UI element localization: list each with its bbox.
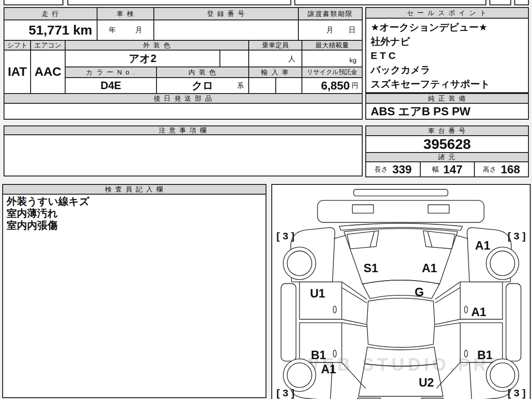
genuine-equipment-value: ABS エアB PS PW: [365, 103, 529, 120]
interior-color-label: クロ: [192, 78, 213, 93]
spec-height-label: 高さ: [483, 165, 496, 174]
color-no-header-cell: カ ラ ー N o .: [65, 66, 157, 78]
spec-length-cell: 長さ 339: [365, 161, 421, 177]
shift-header-cell: シフト: [4, 40, 31, 51]
shift-value-cell: IAT: [4, 50, 31, 94]
damage-code-windshield-left: S1: [364, 262, 378, 275]
clipped-top-cell: [489, 0, 511, 5]
front-bumper-inset-right: [428, 205, 450, 213]
right-sill: [506, 284, 521, 361]
chassis-number-value: 395628: [365, 135, 529, 153]
door-handle: [465, 306, 468, 313]
aircon-header-cell: エアコン: [30, 40, 66, 51]
roof: [367, 298, 435, 347]
recycle-deposit-header-cell: リサイクル預託金: [301, 66, 363, 78]
a-pillar-lines: [334, 235, 468, 239]
registration-value-cell: [153, 20, 299, 41]
sales-point-item: バックカメラ: [371, 63, 430, 77]
cowl-band: [339, 223, 462, 231]
car-damage-diagram: WEB STUDIO.PRO: [272, 185, 530, 399]
registration-header-cell: 登 録 番 号: [153, 7, 299, 20]
sales-points-body: ★オークションデビュー★ 社外ナビ E T C バックカメラ スズキセーフティサ…: [365, 18, 529, 93]
max-load-header-cell: 最大積載量: [301, 40, 363, 51]
damage-code-rear-left-door: B1: [311, 348, 326, 362]
recycle-deposit-unit: 円: [352, 82, 358, 90]
color-no-value-cell: D4E: [65, 77, 157, 94]
mileage-header-cell: 走 行: [4, 7, 98, 20]
import-value-cell-1: [248, 77, 276, 94]
interior-color-suffix: 系: [237, 82, 244, 90]
front-left-wheel: [283, 247, 316, 279]
clipped-top-cell: [4, 0, 63, 5]
damage-code-rear-gate: U2: [419, 376, 434, 389]
tire-mark-rear-left: [ 3 ]: [276, 387, 294, 399]
damage-code-front-right-door: A1: [471, 305, 486, 319]
spec-length-value: 339: [392, 163, 411, 176]
damage-code-rear-right-door: B1: [477, 348, 493, 362]
hood: [363, 280, 440, 299]
exterior-color-header-cell: 外 装 色: [65, 40, 249, 51]
specs-header: 諸 元: [365, 152, 529, 162]
sales-point-item: E T C: [371, 49, 395, 63]
inspector-notes: 外装うすい線キズ 室内薄汚れ 室内内張傷: [2, 194, 266, 398]
tire-mark-front-right: [ 3 ]: [508, 230, 526, 242]
spec-width-cell: 幅 147: [420, 161, 475, 177]
import-value-cell-2: [275, 77, 302, 94]
mid-fold-lines: [342, 319, 460, 327]
shaken-month-label: 月: [135, 26, 142, 35]
sales-point-item: スズキセーフティサポート: [371, 77, 490, 91]
spec-height-value: 168: [501, 163, 520, 176]
recycle-deposit-value-cell: 6,850 円: [301, 77, 363, 94]
transfer-deadline-header-cell: 譲渡書類期限: [298, 7, 363, 20]
sales-point-item: ★オークションデビュー★: [371, 20, 488, 35]
mileage-value-cell: 51,771 km: [4, 20, 98, 41]
sales-points-header: セ ー ル ス ポ イ ン ト: [365, 7, 529, 19]
import-header-cell: 輸 入 車: [248, 66, 302, 78]
max-load-value-cell: kg: [301, 50, 363, 67]
damage-code-windshield-right: A1: [422, 262, 437, 275]
interior-color-header-cell: 内 装 色: [156, 66, 249, 78]
front-right-wheel: [486, 247, 519, 279]
inspector-note-line: 室内内張傷: [7, 219, 58, 231]
shaken-year-label: 年: [109, 26, 116, 35]
windshield: [344, 229, 458, 284]
wiper-vent-left-divider: [370, 231, 374, 247]
inspector-note-line: 室内薄汚れ: [7, 207, 58, 219]
tire-mark-front-left: [ 3 ]: [276, 230, 294, 242]
capacity-header-cell: 乗車定員: [248, 40, 302, 51]
chassis-number-header: 車 台 番 号: [365, 125, 529, 136]
clipped-top-cell: [514, 0, 529, 5]
damage-code-front-left-door: U1: [310, 287, 325, 300]
left-sill: [281, 284, 296, 361]
front-license-strip: [354, 189, 448, 196]
caution-header: 注 意 事 項 欄: [4, 125, 363, 135]
capacity-unit-label: 人: [288, 55, 295, 64]
auction-sheet: 走 行 車 検 登 録 番 号 譲渡書類期限 51,771 km 年 月 月 日…: [0, 0, 532, 399]
front-bumper-inset-left: [352, 205, 374, 213]
damage-code-cowl: G: [415, 286, 424, 299]
max-load-unit-label: kg: [349, 56, 356, 64]
sales-point-item: 社外ナビ: [371, 35, 410, 49]
interior-color-value-cell: クロ 系: [156, 77, 249, 94]
front-bumper: [317, 200, 484, 223]
transfer-month-label: 月: [326, 26, 333, 35]
exterior-color-sub-cell: [219, 50, 249, 67]
front-fold-lines: [342, 282, 460, 303]
transfer-day-label: 日: [348, 26, 356, 35]
spec-width-label: 幅: [432, 165, 439, 174]
clipped-top-cell: [67, 0, 291, 5]
shaken-value-cell: 年 月: [97, 20, 154, 41]
spec-width-value: 147: [443, 163, 462, 176]
aircon-value-cell: AAC: [30, 50, 66, 94]
tire-mark-rear-right: [ 3 ]: [508, 387, 526, 399]
spec-height-cell: 高さ 168: [474, 161, 529, 177]
inspector-header: 検 査 員 記 入 欄: [2, 184, 266, 195]
exterior-color-value-cell: アオ2: [65, 50, 220, 67]
inspector-note-line: 外装うすい線キズ: [7, 196, 90, 207]
damage-code-rear-left-fender: A1: [321, 363, 336, 376]
clipped-top-cell: [294, 0, 486, 5]
recycle-deposit-value: 6,850: [321, 79, 350, 93]
door-handle: [333, 306, 336, 313]
later-parts-value-cell: [4, 103, 363, 120]
later-parts-header-cell: 後 日 発 送 部 品: [4, 93, 363, 104]
